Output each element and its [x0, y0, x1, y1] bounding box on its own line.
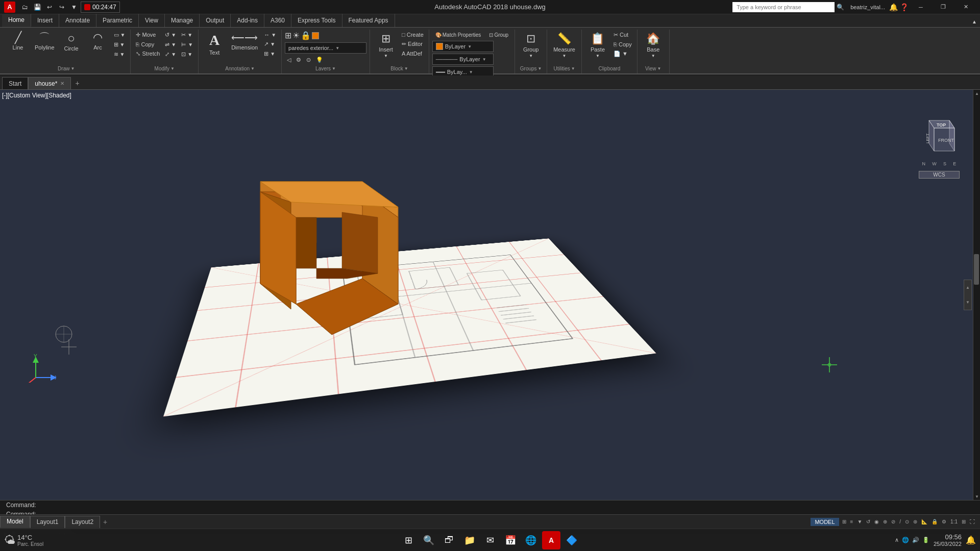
groups-label[interactable]: Groups ▼ [520, 66, 542, 72]
dim-style-btn[interactable]: ↔ ▼ [262, 31, 278, 39]
polyline-btn[interactable]: ⌒ Polyline [32, 31, 58, 52]
trim-btn[interactable]: ✂ ▼ [179, 31, 195, 39]
paste-special-btn[interactable]: 📄 ▼ [611, 49, 634, 58]
explorer-taskbar-btn[interactable]: 📁 [460, 531, 479, 549]
line-btn[interactable]: ╱ Line [5, 31, 31, 52]
circle-btn[interactable]: ○ Circle [59, 31, 84, 53]
tab-addins[interactable]: Add-ins [231, 14, 264, 27]
tab-a360[interactable]: A360 [264, 14, 291, 27]
tab-close-uhouse[interactable]: ✕ [60, 81, 64, 86]
view-label[interactable]: View ▼ [645, 66, 661, 72]
right-scroll-bar[interactable]: ▲ ▼ [964, 280, 972, 310]
measure-btn[interactable]: 📏 Measure ▼ [550, 31, 578, 60]
close-btn[interactable]: ✕ [955, 0, 976, 14]
rectangle-btn[interactable]: ▭ ▼ [112, 31, 128, 39]
tab-featured[interactable]: Featured Apps [342, 14, 395, 27]
tab-express[interactable]: Express Tools [291, 14, 342, 27]
move-btn[interactable]: ✛ Move [134, 31, 162, 39]
draw-label[interactable]: Draw ▼ [58, 66, 75, 72]
insert-btn[interactable]: ⊞ Insert ▼ [373, 31, 399, 60]
grid-icon[interactable]: ⊞ [841, 518, 847, 525]
color-dropdown[interactable]: ByLayer ▼ [432, 41, 494, 52]
scroll-track-right[interactable]: ▲ ▼ [973, 90, 980, 500]
block-label[interactable]: Block ▼ [390, 66, 408, 72]
search-input[interactable] [732, 2, 835, 12]
orbit-icon[interactable]: ↺ [865, 518, 871, 525]
match-properties-btn[interactable]: 🎨 Match Properties [432, 31, 484, 39]
copy-clipboard-btn[interactable]: ⎘ Copy [611, 40, 634, 48]
cut-btn[interactable]: ✂ Cut [611, 31, 634, 39]
dimension-btn[interactable]: ⟵⟶ Dimension [228, 31, 261, 52]
layer-off-btn[interactable]: 💡 [314, 56, 325, 64]
wcs-label[interactable]: WCS [919, 171, 960, 179]
restore-btn[interactable]: ❐ [933, 0, 953, 14]
clipboard-label[interactable]: Clipboard [598, 66, 620, 72]
extra-taskbar-btn[interactable]: 🔷 [562, 531, 581, 549]
add-layout-btn[interactable]: + [100, 516, 110, 528]
tab-manage[interactable]: Manage [165, 14, 200, 27]
minimize-btn[interactable]: ─ [911, 0, 931, 14]
group-large-btn[interactable]: ⊡ Group ▼ [518, 31, 544, 60]
scroll-down-btn[interactable]: ▼ [973, 493, 980, 500]
hatch-btn[interactable]: ⊞ ▼ [112, 40, 128, 49]
autocad-taskbar-btn[interactable]: A [542, 531, 560, 549]
tray-up-icon[interactable]: ∧ [895, 537, 899, 543]
gradient-btn[interactable]: ≋ ▼ [112, 50, 128, 59]
layer-prev-btn[interactable]: ◁ [285, 56, 293, 64]
sel-cycling-icon[interactable]: ⊛ [912, 518, 918, 525]
qa-more-btn[interactable]: ▼ [68, 2, 80, 13]
text-btn[interactable]: A Text [202, 31, 227, 57]
annotation-label[interactable]: Annotation ▼ [225, 66, 255, 72]
tab-insert[interactable]: Insert [31, 14, 59, 27]
new-btn[interactable]: 🗂 [19, 2, 31, 13]
scale-btn[interactable]: ⤢ ▼ [163, 50, 178, 59]
tab-parametric[interactable]: Parametric [96, 14, 139, 27]
rotate-btn[interactable]: ↺ ▼ [163, 31, 178, 39]
offset-btn[interactable]: ⊨ ▼ [179, 40, 195, 49]
copy-btn[interactable]: ⎘ Copy [134, 40, 162, 48]
viewcube[interactable]: TOP LEFT FRONT N W S E WCS [919, 115, 960, 166]
tab-view[interactable]: View [139, 14, 165, 27]
subscription-icon[interactable]: 🔔 [889, 3, 898, 11]
tab-uhouse[interactable]: uhouse* ✕ [28, 77, 71, 89]
viewport[interactable]: [-][Custom View][Shaded] [0, 90, 980, 500]
transparency-icon[interactable]: ⊙ [904, 518, 910, 525]
otrack-icon[interactable]: ⊘ [890, 518, 896, 525]
table-btn[interactable]: ⊞ ▼ [262, 49, 278, 58]
new-tab-btn[interactable]: + [71, 77, 83, 89]
snap-drop-icon[interactable]: ▼ [856, 518, 863, 525]
stretch-btn[interactable]: ⤡ Stretch [134, 49, 162, 58]
notification-icon[interactable]: 🔔 [966, 535, 976, 545]
create-block-btn[interactable]: □ Create [400, 31, 426, 39]
search-taskbar-btn[interactable]: 🔍 [420, 531, 438, 549]
layout-tab-model[interactable]: Model [0, 516, 30, 528]
workspace-icon[interactable]: ⊞ [961, 518, 967, 525]
attdef-btn[interactable]: A AttDef [400, 49, 426, 58]
mail-taskbar-btn[interactable]: ✉ [481, 531, 499, 549]
scroll-up-btn[interactable]: ▲ [973, 90, 980, 97]
polar-icon[interactable]: ◉ [873, 518, 880, 525]
layout-tab-layout1[interactable]: Layout1 [30, 516, 65, 528]
base-btn[interactable]: 🏠 Base ▼ [641, 31, 666, 60]
layer-settings-btn[interactable]: ⚙ [294, 56, 303, 64]
tab-output[interactable]: Output [200, 14, 231, 27]
fullscreen-icon[interactable]: ⛶ [969, 518, 976, 525]
modify-label[interactable]: Modify ▼ [155, 66, 175, 72]
zoom-taskbar-btn[interactable]: 📅 [501, 531, 520, 549]
array-btn[interactable]: ⊡ ▼ [179, 50, 195, 59]
snap-icon[interactable]: ≡ [849, 518, 854, 525]
battery-icon[interactable]: 🔋 [922, 537, 929, 543]
user-account[interactable]: beatriz_vital... [850, 4, 885, 10]
arc-btn[interactable]: ◠ Arc [85, 31, 111, 52]
start-btn[interactable]: ⊞ [399, 531, 418, 549]
timer-stop[interactable] [84, 4, 90, 10]
volume-icon[interactable]: 🔊 [912, 537, 919, 543]
chrome-taskbar-btn[interactable]: 🌐 [522, 531, 540, 549]
paste-btn[interactable]: 📋 Paste ▼ [585, 31, 610, 60]
search-icon[interactable]: 🔍 [837, 4, 844, 11]
tab-home[interactable]: Home [2, 14, 31, 27]
leader-btn[interactable]: ↗ ▼ [262, 40, 278, 48]
settings-status-icon[interactable]: ⚙ [941, 518, 947, 525]
network-icon[interactable]: 🌐 [902, 537, 909, 543]
ribbon-toggle-btn[interactable]: ▲ [969, 16, 980, 27]
